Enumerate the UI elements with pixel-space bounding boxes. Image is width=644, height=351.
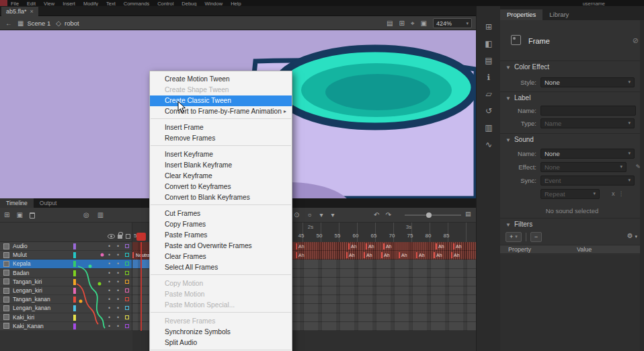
menu-debug[interactable]: Debug bbox=[182, 0, 196, 6]
layer-outline-color[interactable] bbox=[125, 306, 129, 310]
onion-skin-outline-icon[interactable]: ○ bbox=[307, 208, 311, 222]
menu-item-paste-frames[interactable]: Paste Frames bbox=[150, 230, 292, 241]
layer-lock-dot[interactable]: • bbox=[117, 251, 119, 260]
sound-name-select[interactable]: None ▾ bbox=[540, 149, 635, 159]
layer-outline-color[interactable] bbox=[125, 253, 129, 257]
layer-visibility-dot[interactable]: • bbox=[108, 251, 110, 260]
menu-item-select-all-frames[interactable]: Select All Frames bbox=[150, 262, 292, 273]
layer-visibility-dot[interactable]: • bbox=[108, 269, 110, 278]
zoom-level-select[interactable]: 424% ▾ bbox=[433, 18, 472, 28]
tab-properties[interactable]: Properties bbox=[500, 9, 542, 20]
layer-visibility-dot[interactable]: • bbox=[108, 313, 110, 322]
layer-outline-color[interactable] bbox=[125, 297, 129, 301]
layer-row-kepala[interactable]: Kepala•• bbox=[0, 260, 132, 268]
delete-layer-icon[interactable] bbox=[30, 212, 35, 219]
playhead-marker[interactable] bbox=[136, 233, 146, 241]
menu-item-cut-frames[interactable]: Cut Frames bbox=[150, 208, 292, 219]
menu-item-convert-to-blank-keyframes[interactable]: Convert to Blank Keyframes bbox=[150, 192, 292, 203]
playhead-line[interactable] bbox=[140, 242, 142, 331]
user-account-label[interactable]: username bbox=[583, 0, 605, 6]
menu-window[interactable]: Window bbox=[204, 0, 223, 6]
menu-text[interactable]: Text bbox=[106, 0, 116, 6]
panel-menu-icon[interactable]: ⊘ bbox=[633, 36, 639, 45]
parent-link-tick[interactable] bbox=[73, 261, 76, 267]
layer-outline-color[interactable] bbox=[125, 262, 129, 266]
layer-visibility-dot[interactable]: • bbox=[108, 295, 110, 304]
parent-link-tick[interactable] bbox=[73, 252, 76, 258]
menu-help[interactable]: Help bbox=[231, 0, 241, 6]
library-icon[interactable]: ▥ bbox=[477, 123, 501, 132]
swatches-icon[interactable]: ▤ bbox=[477, 56, 501, 65]
onion-all-markers-icon[interactable]: ▾ bbox=[319, 208, 323, 222]
step-forward-icon[interactable]: ↷ bbox=[385, 208, 391, 222]
menu-edit[interactable]: Edit bbox=[27, 0, 36, 6]
symbol-breadcrumb[interactable]: robot bbox=[65, 20, 79, 27]
center-stage-icon[interactable]: ⌖ bbox=[411, 20, 415, 28]
frame-view-menu-icon[interactable]: ▾ bbox=[331, 208, 334, 222]
onion-skin-icon[interactable]: ◎ bbox=[83, 208, 89, 222]
layer-visibility-dot[interactable]: • bbox=[108, 322, 110, 331]
new-folder-icon[interactable]: ▣ bbox=[16, 208, 22, 222]
add-filter-button[interactable]: +▾ bbox=[506, 232, 522, 242]
history-icon[interactable]: ↺ bbox=[477, 106, 501, 116]
layer-row-tangan-kanan[interactable]: Tangan_kanan•• bbox=[0, 295, 132, 304]
timeline-zoom-slider[interactable] bbox=[405, 214, 461, 216]
edit-scene-icon[interactable]: ▤ bbox=[387, 20, 393, 27]
layer-row-mulut[interactable]: Mulut•• bbox=[0, 251, 132, 260]
layer-lock-dot[interactable]: • bbox=[117, 295, 119, 304]
menu-control[interactable]: Control bbox=[157, 0, 173, 6]
parent-link-tick[interactable] bbox=[73, 297, 76, 303]
menu-item-synchronize-symbols[interactable]: Synchronize Symbols bbox=[150, 327, 292, 338]
motion-editor-icon[interactable]: ∿ bbox=[477, 140, 501, 149]
show-hide-all-layers-icon[interactable] bbox=[108, 234, 115, 239]
section-sound[interactable]: ▼Sound bbox=[506, 136, 534, 143]
transform-icon[interactable]: ▱ bbox=[477, 89, 501, 99]
label-name-input[interactable] bbox=[540, 106, 636, 116]
layer-visibility-dot[interactable]: • bbox=[108, 242, 110, 251]
edit-multiple-frames-icon[interactable]: ▥ bbox=[97, 208, 104, 222]
menu-file[interactable]: File bbox=[11, 0, 19, 6]
menu-item-clear-frames[interactable]: Clear Frames bbox=[150, 251, 292, 262]
layer-row-lengan-kiri[interactable]: Lengan_kiri•• bbox=[0, 286, 132, 295]
layer-outline-color[interactable] bbox=[125, 315, 129, 319]
tab-output[interactable]: Output bbox=[34, 198, 63, 208]
layer-row-badan[interactable]: Badan•• bbox=[0, 269, 132, 278]
menu-item-paste-and-overwrite-frames[interactable]: Paste and Overwrite Frames bbox=[150, 241, 292, 251]
outline-all-layers-icon[interactable] bbox=[126, 234, 130, 239]
layer-lock-dot[interactable]: • bbox=[117, 260, 119, 268]
menu-item-create-classic-tween[interactable]: Create Classic Tween bbox=[150, 95, 292, 106]
parent-link-tick[interactable] bbox=[73, 288, 76, 294]
parent-link-tick[interactable] bbox=[73, 305, 76, 311]
menu-commands[interactable]: Commands bbox=[124, 0, 149, 6]
menu-item-insert-keyframe[interactable]: Insert Keyframe bbox=[150, 149, 292, 160]
scene-breadcrumb[interactable]: Scene 1 bbox=[27, 20, 50, 27]
menu-item-convert-to-keyframes[interactable]: Convert to Keyframes bbox=[150, 182, 292, 192]
layer-visibility-dot[interactable]: • bbox=[108, 260, 110, 268]
parent-link-tick[interactable] bbox=[73, 315, 76, 321]
menu-item-convert-to-frame-by-frame-animation[interactable]: Convert to Frame-by-Frame Animation▸ bbox=[150, 106, 292, 117]
menu-item-remove-frames[interactable]: Remove Frames bbox=[150, 133, 292, 144]
layer-lock-dot[interactable]: • bbox=[117, 242, 119, 251]
timeline-zoom-thumb[interactable] bbox=[426, 212, 432, 218]
layer-row-lengan-kanan[interactable]: Lengan_kanan•• bbox=[0, 304, 132, 313]
step-back-icon[interactable]: ↶ bbox=[374, 208, 379, 222]
tab-timeline[interactable]: Timeline bbox=[0, 198, 34, 208]
center-frame-icon[interactable]: ⊙ bbox=[294, 208, 299, 222]
properties-scrollbar[interactable] bbox=[640, 20, 644, 351]
menu-modify[interactable]: Modify bbox=[83, 0, 98, 6]
layer-outline-color[interactable] bbox=[125, 244, 129, 248]
layer-row-kaki-kiri[interactable]: Kaki_kiri•• bbox=[0, 313, 132, 322]
parent-link-tick[interactable] bbox=[73, 243, 76, 249]
section-label[interactable]: ▼Label bbox=[506, 94, 530, 102]
menu-item-clear-keyframe[interactable]: Clear Keyframe bbox=[150, 171, 292, 182]
menu-item-create-motion-tween[interactable]: Create Motion Tween bbox=[150, 74, 292, 85]
layer-lock-dot[interactable]: • bbox=[117, 322, 119, 331]
style-select[interactable]: None ▾ bbox=[540, 77, 635, 87]
tab-library[interactable]: Library bbox=[542, 9, 575, 20]
menu-item-copy-frames[interactable]: Copy Frames bbox=[150, 219, 292, 230]
color-icon[interactable]: ◧ bbox=[477, 39, 501, 48]
close-tab-icon[interactable]: × bbox=[30, 7, 34, 16]
menu-item-insert-blank-keyframe[interactable]: Insert Blank Keyframe bbox=[150, 160, 292, 171]
layer-outline-color[interactable] bbox=[125, 271, 129, 275]
layer-lock-dot[interactable]: • bbox=[117, 286, 119, 295]
